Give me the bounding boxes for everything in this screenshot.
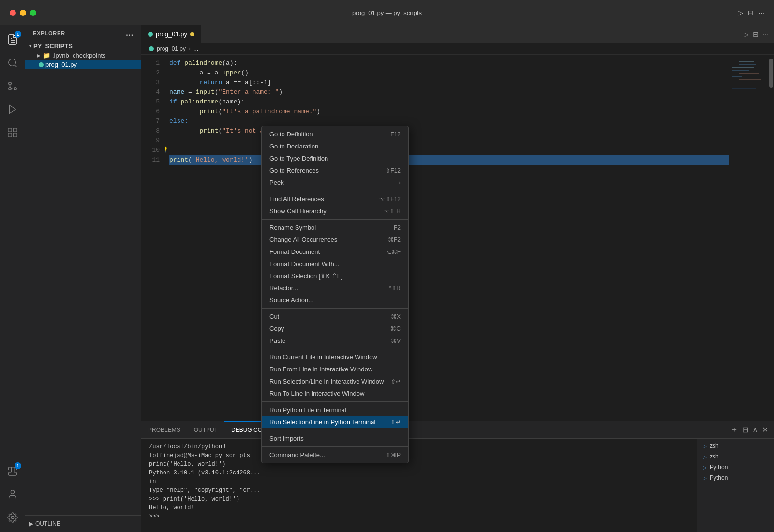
terminal-instance-label-4: Python [710,474,728,481]
editor-scrollbar[interactable] [768,55,774,421]
code-line-10: 💡 [169,146,729,155]
more-tab-icon[interactable]: ··· [762,30,768,38]
menu-item-goto-definition[interactable]: Go to Definition F12 [262,128,408,140]
code-content[interactable]: def palindrome(a): a = a.upper() return … [165,55,729,421]
terminal-instance-list: ▷ zsh ▷ zsh ▷ Python ▷ P [697,439,774,532]
rename-shortcut: F2 [394,224,401,231]
split-terminal-icon[interactable]: ⊟ [742,425,748,434]
menu-item-run-selection-terminal[interactable]: Run Selection/Line in Python Terminal ⇧↵ [262,416,408,428]
code-line-5: if palindrome(name): [169,97,729,107]
code-line-2: a = a.upper() [169,68,729,78]
menu-item-find-refs[interactable]: Find All References ⌥⇧F12 [262,193,408,205]
menu-item-format-doc-with[interactable]: Format Document With... [262,258,408,270]
menu-item-goto-declaration[interactable]: Go to Declaration [262,140,408,152]
source-action-label: Source Action... [269,296,401,304]
close-panel-icon[interactable]: ✕ [762,425,768,434]
run-selection-terminal-label: Run Selection/Line in Python Terminal [269,418,391,426]
split-tab-icon[interactable]: ⊟ [753,30,759,38]
explorer-label: Explorer [33,30,65,36]
menu-item-run-selection-interactive[interactable]: Run Selection/Line in Interactive Window… [262,375,408,387]
menu-item-command-palette[interactable]: Command Palette... ⇧⌘P [262,449,408,461]
goto-declaration-label: Go to Declaration [269,143,401,150]
svg-line-3 [15,65,16,67]
terminal-line-1: /usr/local/bin/python3 [149,443,689,451]
menu-item-format-selection[interactable]: Format Selection [⇧K ⇧F] [262,270,408,282]
run-icon[interactable]: ▷ [738,9,743,16]
menu-item-format-doc[interactable]: Format Document ⌥⌘F [262,246,408,258]
lightbulb-icon[interactable]: 💡 [165,146,168,155]
sidebar-root-folder[interactable]: ▾ PY_SCRIPTS [25,42,141,51]
breadcrumb-symbol[interactable]: ... [194,45,198,52]
sort-imports-label: Sort Imports [269,435,401,442]
menu-separator-7 [262,446,408,447]
source-control-activity-icon[interactable] [2,75,23,97]
close-button[interactable] [10,10,16,16]
test-activity-icon[interactable]: 1 [2,460,23,482]
outline-item[interactable]: ▶ OUTLINE [29,518,137,529]
format-doc-with-label: Format Document With... [269,260,401,267]
explorer-menu-icon[interactable]: ... [126,29,134,38]
format-doc-label: Format Document [269,248,385,255]
panel-content: /usr/local/bin/python3 lotfinejad@Ms-iMa… [141,439,774,532]
tab-filename: prog_01.py [156,30,187,38]
line-numbers: 12345 678910 11 [141,55,165,421]
svg-rect-22 [739,79,761,80]
menu-item-call-hierarchy[interactable]: Show Call Hierarchy ⌥⇧ H [262,205,408,217]
menu-item-rename[interactable]: Rename Symbol F2 [262,222,408,234]
terminal-python-icon-2: ▷ [703,475,707,481]
minimap [729,55,768,421]
activity-bar-bottom: 1 [2,460,23,532]
terminal-instance-zsh-1[interactable]: ▷ zsh [697,441,774,451]
add-terminal-icon[interactable]: ＋ [730,425,738,435]
terminal-line-6: Type "help", "copyright", "cr... [149,486,689,495]
chevron-up-icon[interactable]: ∧ [752,425,758,434]
terminal-instance-python-1[interactable]: ▷ Python [697,462,774,473]
menu-item-refactor[interactable]: Refactor... ^⇧R [262,282,408,294]
terminal-instance-python-2[interactable]: ▷ Python [697,473,774,483]
menu-separator-4 [262,349,408,349]
files-activity-icon[interactable]: 1 [2,29,23,50]
menu-item-run-python-terminal[interactable]: Run Python File in Terminal [262,404,408,416]
sidebar: Explorer ... ▾ PY_SCRIPTS ▶ 📁 .ipynb_che… [25,25,141,532]
paste-label: Paste [269,337,391,344]
terminal-output[interactable]: /usr/local/bin/python3 lotfinejad@Ms-iMa… [141,439,697,532]
menu-item-goto-type-def[interactable]: Go to Type Definition [262,152,408,164]
menu-item-peek[interactable]: Peek › [262,177,408,189]
root-folder-name: PY_SCRIPTS [33,43,73,50]
run-debug-activity-icon[interactable] [2,99,23,120]
menu-item-change-occurrences[interactable]: Change All Occurrences ⌘F2 [262,234,408,246]
menu-item-source-action[interactable]: Source Action... [262,294,408,306]
terminal-instance-zsh-2[interactable]: ▷ zsh [697,451,774,462]
search-activity-icon[interactable] [2,52,23,74]
ipynb-folder-name: .ipynb_checkpoints [52,52,106,59]
maximize-button[interactable] [30,10,36,16]
prog01-filename: prog_01.py [45,61,77,68]
terminal-line-4: Python 3.10.1 (v3.10.1:2cd268... [149,469,689,477]
minimize-button[interactable] [20,10,26,16]
panel-tab-output[interactable]: OUTPUT [187,421,224,438]
more-icon[interactable]: ··· [759,9,764,16]
split-editor-icon[interactable]: ⊟ [748,9,754,16]
menu-item-goto-references[interactable]: Go to References ⇧F12 [262,164,408,177]
menu-item-paste[interactable]: Paste ⌘V [262,335,408,347]
extensions-activity-icon[interactable] [2,122,23,143]
panel-tab-problems[interactable]: PROBLEMS [141,421,187,438]
breadcrumb-file[interactable]: prog_01.py [157,45,186,52]
breadcrumb: prog_01.py › ... [141,44,774,55]
peek-chevron-icon: › [399,179,401,186]
sidebar-item-prog01[interactable]: prog_01.py [25,60,141,69]
menu-item-run-current-interactive[interactable]: Run Current File in Interactive Window [262,351,408,363]
editor-tab-prog01[interactable]: prog_01.py [141,25,201,43]
sidebar-item-ipynb[interactable]: ▶ 📁 .ipynb_checkpoints [25,51,141,60]
settings-activity-icon[interactable] [2,507,23,528]
menu-item-copy[interactable]: Copy ⌘C [262,323,408,335]
account-activity-icon[interactable] [2,484,23,505]
run-tab-icon[interactable]: ▷ [744,30,749,38]
format-selection-label: Format Selection [⇧K ⇧F] [269,272,401,280]
code-editor[interactable]: 12345 678910 11 def palindrome(a): a = a… [141,55,774,421]
ipynb-folder-icon: 📁 [43,52,50,59]
menu-item-cut[interactable]: Cut ⌘X [262,310,408,323]
menu-item-run-from-line[interactable]: Run From Line in Interactive Window [262,363,408,375]
menu-item-sort-imports[interactable]: Sort Imports [262,432,408,444]
menu-item-run-to-line[interactable]: Run To Line in Interactive Window [262,387,408,399]
